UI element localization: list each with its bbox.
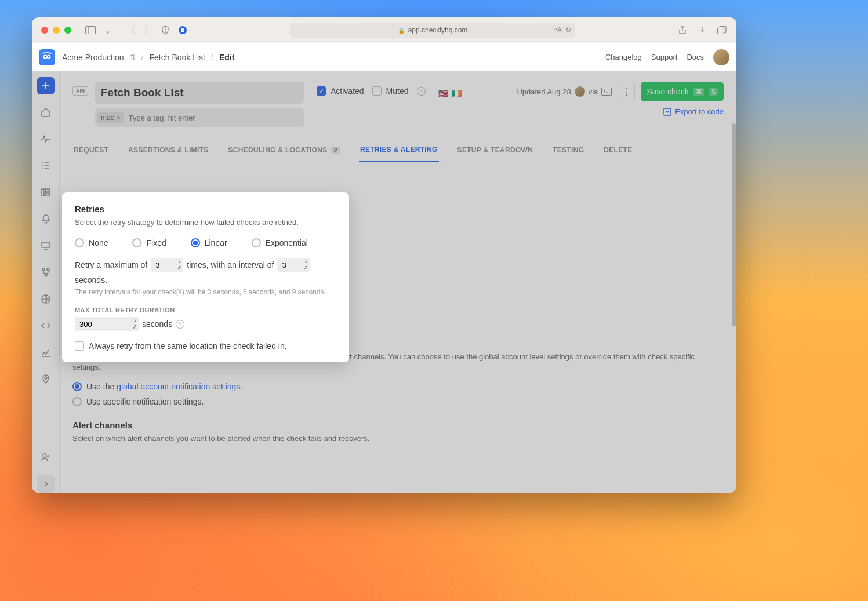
tab-delete[interactable]: DELETE <box>602 140 633 162</box>
retries-highlight-panel: Retries Select the retry strategy to det… <box>62 192 349 362</box>
global-settings-link[interactable]: global account notification settings <box>117 382 240 391</box>
tabs: REQUEST ASSERTIONS & LIMITS SCHEDULING &… <box>72 140 724 162</box>
radio-linear[interactable]: Linear <box>191 238 227 247</box>
pulse-icon[interactable] <box>37 130 55 148</box>
retries-title: Retries <box>75 204 336 214</box>
max-total-label: MAX TOTAL RETRY DURATION <box>75 307 336 314</box>
address-bar[interactable]: 🔒 app.checklyhq.com ᵃA ↻ <box>290 23 575 38</box>
nav-changelog[interactable]: Changelog <box>605 53 642 61</box>
same-location-checkbox[interactable]: Always retry from the same location the … <box>75 341 336 351</box>
tab-badge: 2 <box>331 147 340 154</box>
extension-icon[interactable] <box>177 25 188 35</box>
window-controls <box>41 27 71 34</box>
svg-point-17 <box>45 377 47 379</box>
retry-hint: The retry intervals for your check(s) wi… <box>75 288 336 296</box>
svg-rect-10 <box>45 189 50 192</box>
globe-icon[interactable] <box>37 290 55 308</box>
breadcrumb-org[interactable]: Acme Production <box>62 53 124 62</box>
add-button[interactable] <box>37 77 55 94</box>
radio-exponential[interactable]: Exponential <box>252 238 308 247</box>
svg-point-13 <box>42 268 45 271</box>
retry-config-line: Retry a maximum of ▴▾ times, with an int… <box>75 258 336 285</box>
shield-icon[interactable] <box>160 25 170 35</box>
activated-checkbox[interactable]: ✓ Activated <box>317 86 364 96</box>
svg-point-14 <box>47 268 49 271</box>
svg-point-15 <box>45 274 47 276</box>
nav-docs[interactable]: Docs <box>687 53 704 61</box>
svg-rect-4 <box>718 28 724 34</box>
fork-icon[interactable] <box>37 264 55 281</box>
code-icon[interactable] <box>37 317 55 334</box>
radio-specific-settings[interactable]: Use specific notification settings. <box>72 397 724 406</box>
help-icon[interactable]: ? <box>417 87 426 96</box>
cli-icon <box>601 88 612 96</box>
tabs-icon[interactable] <box>717 25 727 35</box>
url-text: app.checklyhq.com <box>408 26 468 34</box>
tag-chip: mac × <box>97 112 124 123</box>
retries-desc: Select the retry strategy to determine h… <box>75 217 336 228</box>
alert-channels-desc: Select on which alert channels you want … <box>72 434 724 444</box>
lock-icon: 🔒 <box>398 27 405 34</box>
back-button[interactable]: 〈 <box>124 24 138 37</box>
svg-rect-0 <box>86 27 96 34</box>
location-icon[interactable] <box>37 370 55 388</box>
radio-global-settings[interactable]: Use the global account notification sett… <box>72 382 724 391</box>
svg-rect-3 <box>181 28 184 32</box>
tag-text-input[interactable] <box>126 114 302 122</box>
invite-icon[interactable] <box>37 449 55 466</box>
home-icon[interactable] <box>37 104 55 121</box>
tab-testing[interactable]: TESTING <box>551 140 585 162</box>
monitor-icon[interactable] <box>37 237 55 254</box>
updated-avatar <box>575 86 585 97</box>
svg-rect-9 <box>42 189 44 196</box>
remove-tag-icon[interactable]: × <box>117 114 121 122</box>
breadcrumb-page[interactable]: Fetch Book List <box>150 53 206 62</box>
radio-none[interactable]: None <box>75 238 108 247</box>
maximize-window-button[interactable] <box>64 27 71 34</box>
nav-support[interactable]: Support <box>651 53 678 61</box>
app-topbar: Acme Production ⇅ / Fetch Book List / Ed… <box>32 43 736 71</box>
browser-titlebar: ⌄ 〈 〉 🔒 app.checklyhq.com ᵃA ↻ <box>32 17 736 43</box>
tags-input-box[interactable]: mac × <box>95 108 304 127</box>
breadcrumb-current: Edit <box>219 53 234 62</box>
tab-assertions[interactable]: ASSERTIONS & LIMITS <box>127 140 209 162</box>
minimize-window-button[interactable] <box>53 27 60 34</box>
flag-ie-icon: 🇮🇪 <box>452 89 462 98</box>
tab-scheduling[interactable]: SCHEDULING & LOCATIONS 2 <box>227 140 341 162</box>
updated-text: Updated Aug 28 via <box>517 86 612 97</box>
reload-icon[interactable]: ↻ <box>565 26 571 34</box>
translate-icon[interactable]: ᵃA <box>554 26 562 34</box>
tab-retries[interactable]: RETRIES & ALERTING <box>359 140 439 162</box>
tab-request[interactable]: REQUEST <box>72 140 110 162</box>
scrollbar-thumb[interactable] <box>732 123 736 326</box>
new-tab-icon[interactable]: + <box>697 25 707 35</box>
alert-channels-title: Alert channels <box>72 420 724 430</box>
chevron-down-icon[interactable]: ⌄ <box>101 25 114 36</box>
user-avatar[interactable] <box>713 49 729 65</box>
help-icon[interactable]: ? <box>176 320 184 329</box>
radio-fixed[interactable]: Fixed <box>132 238 166 247</box>
export-to-code-link[interactable]: Export to code <box>663 107 724 116</box>
save-check-button[interactable]: Save check ⌘ S <box>641 82 724 101</box>
share-icon[interactable] <box>677 25 688 35</box>
close-window-button[interactable] <box>41 27 48 34</box>
browser-window: ⌄ 〈 〉 🔒 app.checklyhq.com ᵃA ↻ <box>32 17 736 493</box>
flag-us-icon: 🇺🇸 <box>438 89 448 98</box>
sidebar-toggle-button[interactable] <box>83 24 98 37</box>
check-title-input[interactable] <box>95 82 304 104</box>
app-logo[interactable] <box>39 49 55 65</box>
group-icon[interactable] <box>37 184 55 201</box>
chart-icon[interactable] <box>37 344 55 361</box>
svg-point-8 <box>48 56 50 57</box>
more-actions-button[interactable]: ⋮ <box>618 82 635 101</box>
bell-icon[interactable] <box>37 210 55 228</box>
collapse-icon[interactable] <box>37 475 55 493</box>
forward-button[interactable]: 〉 <box>141 24 155 37</box>
api-badge: API <box>72 86 88 96</box>
max-total-input[interactable] <box>75 317 139 331</box>
muted-checkbox[interactable]: Muted <box>372 86 409 96</box>
list-icon[interactable] <box>37 157 55 174</box>
org-switch-icon[interactable]: ⇅ <box>130 53 136 61</box>
svg-rect-19 <box>602 88 612 96</box>
tab-setup[interactable]: SETUP & TEARDOWN <box>456 140 535 162</box>
